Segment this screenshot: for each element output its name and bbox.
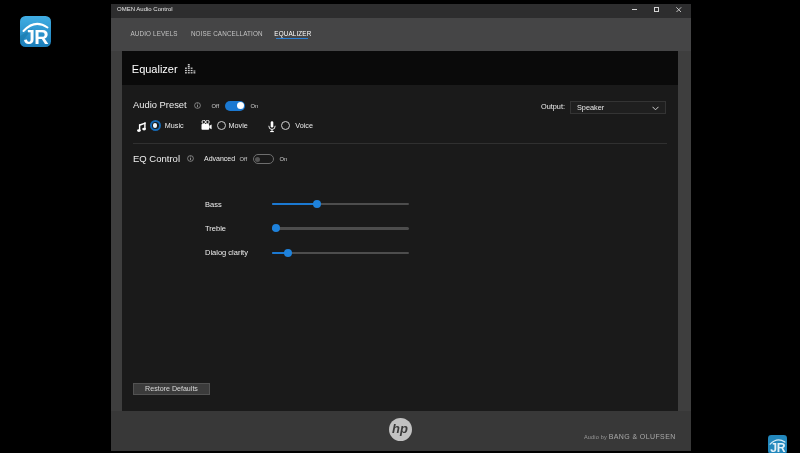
svg-text:JR: JR [24,26,50,48]
svg-text:JR: JR [770,441,786,453]
